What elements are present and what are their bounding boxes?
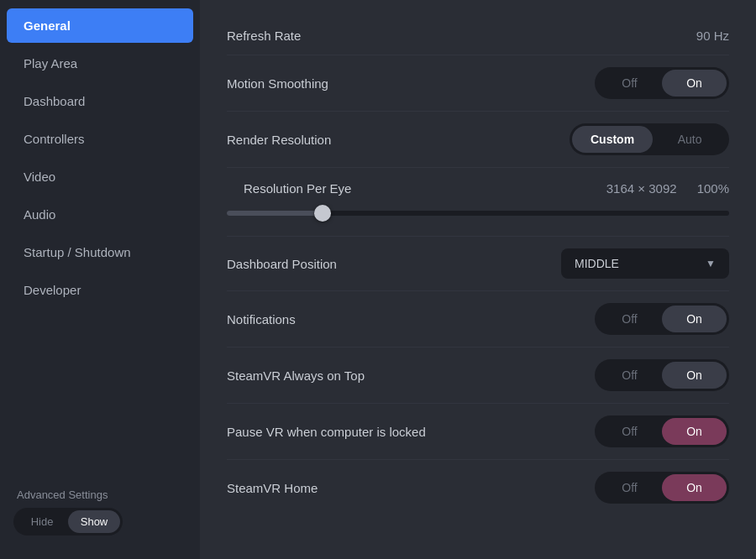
sidebar-item-controllers[interactable]: Controllers <box>7 122 193 156</box>
steamvr-home-toggle[interactable]: Off On <box>595 472 729 504</box>
sidebar-item-audio[interactable]: Audio <box>7 197 193 232</box>
dashboard-position-value: MIDDLE <box>575 257 619 270</box>
render-resolution-custom-btn[interactable]: Custom <box>572 126 653 153</box>
sidebar-item-video[interactable]: Video <box>7 159 193 194</box>
sidebar-item-startup-shutdown[interactable]: Startup / Shutdown <box>7 235 193 269</box>
resolution-pct-value: 100% <box>697 181 729 196</box>
dashboard-position-dropdown[interactable]: MIDDLE ▼ <box>561 248 729 279</box>
render-resolution-row: Render Resolution Custom Auto <box>227 112 729 168</box>
steamvr-always-on-top-toggle[interactable]: Off On <box>595 359 729 391</box>
sidebar-item-play-area[interactable]: Play Area <box>7 46 193 81</box>
resolution-px-value: 3164 × 3092 <box>606 181 677 196</box>
steamvr-home-off-btn[interactable]: Off <box>597 474 662 501</box>
resolution-per-eye-label: Resolution Per Eye <box>227 181 351 196</box>
steamvr-always-on-top-row: SteamVR Always on Top Off On <box>227 347 729 404</box>
pause-vr-off-btn[interactable]: Off <box>597 418 662 445</box>
resolution-top: Resolution Per Eye 3164 × 3092 100% <box>227 181 729 196</box>
dashboard-position-label: Dashboard Position <box>227 257 337 271</box>
steamvr-always-on-top-label: SteamVR Always on Top <box>227 368 365 383</box>
sidebar: General Play Area Dashboard Controllers … <box>0 0 200 559</box>
notifications-on-btn[interactable]: On <box>662 306 727 332</box>
resolution-values: 3164 × 3092 100% <box>606 181 729 196</box>
motion-smoothing-off-btn[interactable]: Off <box>597 70 662 97</box>
steamvr-home-on-btn[interactable]: On <box>662 474 727 501</box>
pause-vr-toggle[interactable]: Off On <box>595 415 729 447</box>
resolution-slider-thumb[interactable] <box>314 205 331 222</box>
advanced-settings-section: Advanced Settings Hide Show <box>0 475 200 552</box>
motion-smoothing-toggle[interactable]: Off On <box>595 67 729 99</box>
resolution-slider-track[interactable] <box>227 211 729 216</box>
steamvr-home-row: SteamVR Home Off On <box>227 460 729 515</box>
sidebar-item-general[interactable]: General <box>7 8 193 43</box>
refresh-rate-label: Refresh Rate <box>227 29 301 43</box>
steamvr-home-label: SteamVR Home <box>227 481 318 495</box>
steamvr-always-on-top-on-btn[interactable]: On <box>662 362 727 389</box>
render-resolution-auto-btn[interactable]: Auto <box>653 126 727 153</box>
render-resolution-label: Render Resolution <box>227 133 331 147</box>
motion-smoothing-row: Motion Smoothing Off On <box>227 55 729 112</box>
main-content: Refresh Rate 90 Hz Motion Smoothing Off … <box>200 0 756 559</box>
advanced-settings-hide-btn[interactable]: Hide <box>16 510 68 533</box>
dashboard-position-row: Dashboard Position MIDDLE ▼ <box>227 237 729 291</box>
notifications-off-btn[interactable]: Off <box>597 306 662 332</box>
notifications-label: Notifications <box>227 312 296 327</box>
advanced-settings-label: Advanced Settings <box>13 488 186 501</box>
render-resolution-toggle[interactable]: Custom Auto <box>570 123 729 155</box>
pause-vr-label: Pause VR when computer is locked <box>227 425 426 439</box>
resolution-slider-fill <box>227 211 318 216</box>
resolution-slider-container[interactable] <box>227 207 729 219</box>
sidebar-item-dashboard[interactable]: Dashboard <box>7 84 193 118</box>
pause-vr-on-btn[interactable]: On <box>662 418 727 445</box>
refresh-rate-value: 90 Hz <box>696 29 729 43</box>
chevron-down-icon: ▼ <box>706 258 716 269</box>
advanced-settings-show-btn[interactable]: Show <box>68 510 120 533</box>
sidebar-item-developer[interactable]: Developer <box>7 273 193 307</box>
motion-smoothing-on-btn[interactable]: On <box>662 70 727 97</box>
motion-smoothing-label: Motion Smoothing <box>227 76 328 91</box>
advanced-settings-toggle[interactable]: Hide Show <box>13 508 123 535</box>
steamvr-always-on-top-off-btn[interactable]: Off <box>597 362 662 389</box>
refresh-rate-row: Refresh Rate 90 Hz <box>227 17 729 55</box>
pause-vr-row: Pause VR when computer is locked Off On <box>227 404 729 460</box>
notifications-row: Notifications Off On <box>227 291 729 347</box>
notifications-toggle[interactable]: Off On <box>595 303 729 335</box>
resolution-per-eye-section: Resolution Per Eye 3164 × 3092 100% <box>227 168 729 237</box>
